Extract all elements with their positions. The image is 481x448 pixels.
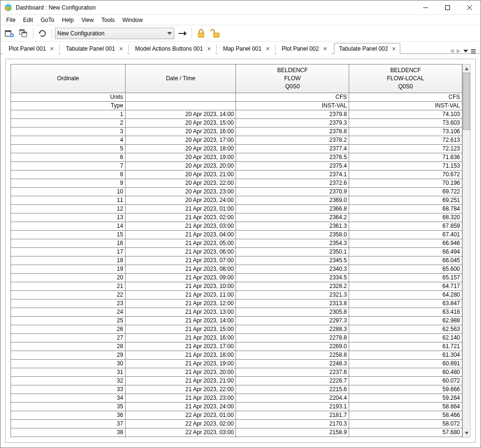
close-icon[interactable]: ✕: [50, 46, 54, 52]
menu-window[interactable]: Window: [118, 16, 147, 24]
tab-list-icon[interactable]: [463, 50, 468, 53]
lock-closed-button[interactable]: [195, 27, 207, 40]
table-row[interactable]: 3421 Apr 2023, 23:002204.459.264: [11, 394, 462, 403]
toolbar-separator: [33, 28, 33, 39]
minimize-button[interactable]: [415, 0, 437, 15]
table-row[interactable]: 3822 Apr 2023, 03:002158.957.680: [11, 428, 462, 437]
header-flow-local[interactable]: BELDENCF FLOW-LOCAL Q0S0: [349, 64, 462, 93]
tab-plot-panel-001[interactable]: Plot Panel 001✕: [3, 43, 58, 54]
table-row[interactable]: 820 Apr 2023, 21:002374.170.672: [11, 171, 462, 179]
table-row[interactable]: 1421 Apr 2023, 03:002361.367.859: [11, 222, 462, 231]
close-icon[interactable]: ✕: [266, 46, 270, 52]
close-icon[interactable]: ✕: [119, 46, 123, 52]
table-row[interactable]: 2921 Apr 2023, 18:002258.861.304: [11, 351, 462, 360]
table-row[interactable]: 2721 Apr 2023, 16:002278.862.140: [11, 334, 462, 342]
cell-ordinate: 7: [11, 162, 126, 171]
table-row[interactable]: 2621 Apr 2023, 15:002288.362.563: [11, 325, 462, 334]
tab-prev-icon[interactable]: [450, 49, 454, 53]
table-row[interactable]: 520 Apr 2023, 18:002377.472.123: [11, 145, 462, 153]
cell-datetime: 21 Apr 2023, 21:00: [125, 377, 236, 385]
table-row[interactable]: 420 Apr 2023, 17:002378.272.613: [11, 136, 462, 145]
table-row[interactable]: 2821 Apr 2023, 17:002269.061.721: [11, 342, 462, 351]
table-row[interactable]: 2421 Apr 2023, 13:002305.863.416: [11, 308, 462, 317]
lock-open-button[interactable]: [209, 27, 222, 40]
refresh-button[interactable]: [36, 27, 49, 40]
tab-next-icon[interactable]: [457, 49, 460, 53]
table-row[interactable]: 2121 Apr 2023, 10:002328.264.717: [11, 282, 462, 291]
scroll-up-icon[interactable]: [463, 64, 470, 73]
close-icon[interactable]: ✕: [207, 46, 211, 52]
menu-edit[interactable]: Edit: [19, 16, 37, 24]
scroll-down-icon[interactable]: [463, 429, 470, 437]
tab-map-panel-001[interactable]: Map Panel 001✕: [218, 43, 274, 54]
table-row[interactable]: 220 Apr 2023, 15:002379.373.603: [11, 119, 462, 128]
table-row[interactable]: 720 Apr 2023, 20:002375.471.153: [11, 162, 462, 171]
close-button[interactable]: [459, 0, 481, 15]
tab-plot-panel-002[interactable]: Plot Panel 002✕: [277, 43, 331, 54]
maximize-button[interactable]: [437, 0, 459, 15]
cell-ordinate: 8: [11, 171, 126, 179]
table-row[interactable]: 920 Apr 2023, 22:002372.670.196: [11, 179, 462, 188]
header-datetime[interactable]: Date / Time: [125, 64, 236, 93]
cell-ordinate: 3: [11, 128, 126, 136]
units-label: Units: [11, 93, 126, 102]
table-row[interactable]: 120 Apr 2023, 14:002379.874.103: [11, 110, 462, 119]
cell-datetime: 22 Apr 2023, 03:00: [125, 428, 236, 437]
close-icon[interactable]: ✕: [323, 46, 327, 52]
header-flow[interactable]: BELDENCF FLOW Q0S0: [236, 64, 349, 93]
cell-flow: 2237.6: [236, 368, 349, 377]
cell-flow: 2297.3: [236, 317, 349, 325]
scroll-track[interactable]: [463, 73, 470, 429]
table-row[interactable]: 2521 Apr 2023, 14:002297.362.988: [11, 317, 462, 325]
table-row[interactable]: 2221 Apr 2023, 11:002321.364.280: [11, 291, 462, 299]
tab-separator: [216, 44, 217, 52]
menu-help[interactable]: Help: [58, 16, 78, 24]
scroll-thumb[interactable]: [463, 73, 470, 130]
table-row[interactable]: 3521 Apr 2023, 24:002193.158.864: [11, 403, 462, 411]
cell-datetime: 21 Apr 2023, 20:00: [125, 368, 236, 377]
table-row[interactable]: 1321 Apr 2023, 02:002364.268.320: [11, 213, 462, 222]
cell-datetime: 20 Apr 2023, 19:00: [125, 153, 236, 162]
cell-ordinate: 15: [11, 231, 126, 239]
table-row[interactable]: 3021 Apr 2023, 19:002248.360.891: [11, 360, 462, 368]
table-row[interactable]: 3922 Apr 2023, 04:002147.557.291: [11, 437, 462, 438]
table-row[interactable]: 1020 Apr 2023, 23:002370.969.722: [11, 188, 462, 196]
table-row[interactable]: 1521 Apr 2023, 04:002358.067.401: [11, 231, 462, 239]
new-panel-button[interactable]: [3, 27, 16, 40]
tab-tabulate-panel-001[interactable]: Tabulate Panel 001✕: [61, 43, 128, 54]
vertical-scrollbar[interactable]: [462, 64, 470, 437]
config-selector[interactable]: New Configuration: [55, 28, 174, 39]
tab-menu-icon[interactable]: [471, 49, 476, 53]
menu-file[interactable]: File: [2, 16, 19, 24]
cell-flow: 2288.3: [236, 325, 349, 334]
table-row[interactable]: 3722 Apr 2023, 02:002170.358.072: [11, 420, 462, 428]
table-row[interactable]: 320 Apr 2023, 16:002378.873.106: [11, 128, 462, 136]
tab-tabulate-panel-002[interactable]: Tabulate Panel 002✕: [334, 43, 401, 54]
table-row[interactable]: 3121 Apr 2023, 20:002237.660.480: [11, 368, 462, 377]
table-row[interactable]: 3221 Apr 2023, 21:002226.760.072: [11, 377, 462, 385]
go-button[interactable]: [176, 27, 189, 40]
cell-datetime: 20 Apr 2023, 21:00: [125, 171, 236, 179]
menu-tools[interactable]: Tools: [97, 16, 118, 24]
cell-ordinate: 34: [11, 394, 126, 403]
table-row[interactable]: 3622 Apr 2023, 01:002181.758.466: [11, 411, 462, 420]
table-row[interactable]: 3321 Apr 2023, 22:002215.659.666: [11, 385, 462, 394]
table-row[interactable]: 1721 Apr 2023, 06:002350.166.494: [11, 248, 462, 256]
table-row[interactable]: 1120 Apr 2023, 24:002369.069.251: [11, 196, 462, 205]
svg-rect-27: [471, 51, 476, 52]
cell-datetime: 21 Apr 2023, 15:00: [125, 325, 236, 334]
table-row[interactable]: 620 Apr 2023, 19:002376.571.636: [11, 153, 462, 162]
table-row[interactable]: 1921 Apr 2023, 08:002340.365.600: [11, 265, 462, 274]
duplicate-panel-button[interactable]: [18, 27, 30, 40]
table-row[interactable]: 2021 Apr 2023, 09:002334.565.157: [11, 274, 462, 282]
table-row[interactable]: 1821 Apr 2023, 07:002345.566.045: [11, 256, 462, 265]
close-icon[interactable]: ✕: [392, 46, 396, 52]
header-ordinate[interactable]: Ordinate: [11, 64, 126, 93]
tab-model-actions-buttons-001[interactable]: Model Actions Buttons 001✕: [130, 43, 215, 54]
menu-goto[interactable]: GoTo: [37, 16, 58, 24]
menu-view[interactable]: View: [77, 16, 97, 24]
table-row[interactable]: 1621 Apr 2023, 05:002354.366.946: [11, 239, 462, 248]
table-row[interactable]: 1221 Apr 2023, 01:002366.868.784: [11, 205, 462, 213]
cell-ordinate: 39: [11, 437, 126, 438]
table-row[interactable]: 2321 Apr 2023, 12:002313.863.847: [11, 299, 462, 308]
